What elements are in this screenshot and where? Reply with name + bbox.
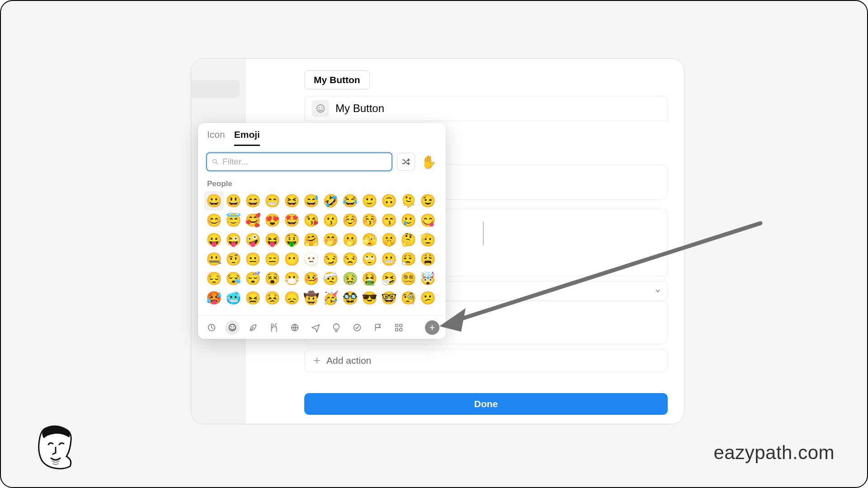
emoji-cell[interactable]: 😞: [282, 288, 302, 308]
emoji-cell[interactable]: 😜: [224, 230, 243, 249]
emoji-cell[interactable]: 😴: [243, 269, 263, 288]
emoji-cell[interactable]: 😄: [243, 191, 263, 211]
emoji-cell[interactable]: 🤪: [243, 230, 263, 249]
emoji-cell[interactable]: 😪: [224, 269, 243, 288]
emoji-cell[interactable]: 😬: [379, 249, 399, 269]
emoji-cell[interactable]: 😖: [243, 288, 263, 308]
emoji-cell[interactable]: 🥸: [340, 288, 360, 308]
emoji-cell[interactable]: 🤨: [224, 249, 243, 269]
sidebar-selected-item[interactable]: [191, 80, 240, 98]
add-custom-button[interactable]: [425, 320, 439, 335]
button-name-chip-label: My Button: [314, 75, 360, 85]
emoji-cell[interactable]: 🫣: [360, 230, 379, 249]
emoji-cell[interactable]: 😝: [263, 230, 282, 249]
icon-picker-trigger[interactable]: [312, 100, 329, 117]
emoji-cell[interactable]: 🤩: [282, 211, 302, 230]
emoji-cell[interactable]: 😐: [243, 249, 263, 269]
emoji-row: 😊😇🥰😍🤩😘😗☺️😚😙🥲😋: [204, 211, 439, 230]
emoji-cell[interactable]: 🤑: [282, 230, 302, 249]
emoji-cell[interactable]: 😵: [263, 269, 282, 288]
symbols-icon: [352, 323, 362, 333]
emoji-cell[interactable]: 🤯: [418, 269, 438, 288]
svg-point-2: [321, 107, 322, 108]
emoji-cell[interactable]: 🥲: [399, 211, 418, 230]
add-action-button[interactable]: Add action: [304, 349, 668, 372]
emoji-search-box[interactable]: [206, 152, 392, 171]
emoji-cell[interactable]: 😆: [282, 191, 302, 211]
emoji-cell[interactable]: 🤢: [340, 269, 360, 288]
emoji-cell[interactable]: 🤣: [321, 191, 340, 211]
category-flags-button[interactable]: [371, 320, 385, 335]
button-name-chip[interactable]: My Button: [304, 70, 370, 89]
emoji-cell[interactable]: 🤭: [321, 230, 340, 249]
emoji-cell[interactable]: 😗: [321, 211, 340, 230]
emoji-cell[interactable]: 😉: [418, 191, 438, 211]
emoji-cell[interactable]: 🧐: [399, 288, 418, 308]
emoji-cell[interactable]: 😍: [263, 211, 282, 230]
emoji-cell[interactable]: 🤒: [302, 269, 321, 288]
emoji-cell[interactable]: 😶: [282, 249, 302, 269]
emoji-cell[interactable]: 🥳: [321, 288, 340, 308]
category-clock-button[interactable]: [204, 320, 219, 335]
emoji-cell[interactable]: 🥵: [204, 288, 224, 308]
emoji-cell[interactable]: 🤫: [379, 230, 399, 249]
emoji-cell[interactable]: 😅: [302, 191, 321, 211]
emoji-cell[interactable]: 🙄: [360, 249, 379, 269]
category-travel-button[interactable]: [308, 320, 323, 335]
emoji-cell[interactable]: 😊: [204, 211, 224, 230]
current-skintone-emoji[interactable]: ✋: [420, 153, 438, 171]
emoji-cell[interactable]: 😁: [263, 191, 282, 211]
emoji-cell[interactable]: 😃: [224, 191, 243, 211]
emoji-cell[interactable]: 😩: [418, 249, 438, 269]
emoji-cell[interactable]: 🤕: [321, 269, 340, 288]
emoji-cell[interactable]: 😑: [263, 249, 282, 269]
done-button[interactable]: Done: [304, 393, 668, 415]
emoji-cell[interactable]: ☺️: [340, 211, 360, 230]
category-grid-button[interactable]: [392, 320, 406, 335]
shuffle-button[interactable]: [397, 153, 415, 171]
emoji-cell[interactable]: 😎: [360, 288, 379, 308]
category-objects-button[interactable]: [329, 320, 344, 335]
emoji-cell[interactable]: 🥰: [243, 211, 263, 230]
emoji-search-input[interactable]: [222, 157, 387, 167]
tab-icon[interactable]: Icon: [207, 129, 225, 146]
emoji-cell[interactable]: 😔: [204, 269, 224, 288]
emoji-cell[interactable]: 😕: [418, 288, 438, 308]
emoji-cell[interactable]: 🤮: [360, 269, 379, 288]
emoji-cell[interactable]: 😇: [224, 211, 243, 230]
emoji-cell[interactable]: 😙: [379, 211, 399, 230]
emoji-cell[interactable]: 😵‍💫: [399, 269, 418, 288]
emoji-cell[interactable]: 🙃: [379, 191, 399, 211]
emoji-cell[interactable]: 🫢: [340, 230, 360, 249]
emoji-cell[interactable]: 😏: [321, 249, 340, 269]
emoji-cell[interactable]: 😛: [204, 230, 224, 249]
category-sports-button[interactable]: [288, 320, 302, 335]
emoji-cell[interactable]: 🙂: [360, 191, 379, 211]
emoji-cell[interactable]: 🤔: [399, 230, 418, 249]
emoji-cell[interactable]: 😷: [282, 269, 302, 288]
emoji-cell[interactable]: 🤗: [302, 230, 321, 249]
category-leaf-button[interactable]: [246, 320, 260, 335]
emoji-cell[interactable]: 🫡: [418, 230, 438, 249]
emoji-cell[interactable]: 😣: [263, 288, 282, 308]
emoji-cell[interactable]: 🤠: [302, 288, 321, 308]
emoji-cell[interactable]: 🤐: [204, 249, 224, 269]
emoji-cell[interactable]: 🫥: [302, 249, 321, 269]
emoji-cell[interactable]: 😀: [204, 191, 224, 211]
emoji-cell[interactable]: 🤓: [379, 288, 399, 308]
emoji-cell[interactable]: 😘: [302, 211, 321, 230]
brand-watermark: eazypath.com: [714, 442, 835, 464]
emoji-cell[interactable]: 🫠: [399, 191, 418, 211]
emoji-cell[interactable]: 😮‍💨: [399, 249, 418, 269]
emoji-cell[interactable]: 😒: [340, 249, 360, 269]
category-smiley-button[interactable]: [225, 320, 240, 335]
emoji-cell[interactable]: 😋: [418, 211, 438, 230]
emoji-cell[interactable]: 😚: [360, 211, 379, 230]
category-symbols-button[interactable]: [350, 320, 364, 335]
emoji-cell[interactable]: 🥶: [224, 288, 243, 308]
category-food-button[interactable]: [267, 320, 281, 335]
emoji-picker-popover: Icon Emoji ✋ People 😀😃😄😁😆😅🤣😂🙂🙃🫠😉�: [198, 123, 446, 339]
emoji-cell[interactable]: 🤧: [379, 269, 399, 288]
emoji-cell[interactable]: 😂: [340, 191, 360, 211]
tab-emoji[interactable]: Emoji: [234, 129, 260, 146]
